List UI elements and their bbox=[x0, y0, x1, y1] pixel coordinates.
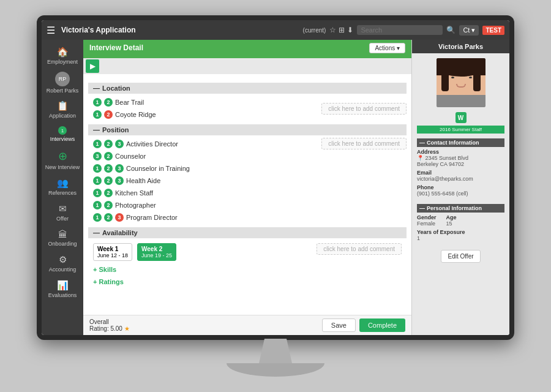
personal-section: — Personal Information Gender Female Age bbox=[412, 202, 509, 246]
years-label: Years of Exposure bbox=[417, 229, 504, 235]
position-title: Position bbox=[102, 126, 129, 134]
header-actions: Actions ▾ bbox=[369, 43, 405, 53]
phone-field: Phone (901) 555-6458 (cell) bbox=[417, 184, 504, 197]
references-icon: 👥 bbox=[57, 178, 69, 189]
sidebar-item-new-interview[interactable]: ⊕ New Interview bbox=[42, 146, 83, 173]
sidebar-label-application: Application bbox=[49, 113, 76, 119]
gender-value: Female bbox=[417, 221, 437, 227]
application-icon: 📋 bbox=[57, 100, 69, 111]
search-icon[interactable]: 🔍 bbox=[446, 26, 455, 34]
sidebar-item-onboarding[interactable]: 🏛 Onboarding bbox=[42, 226, 83, 250]
email-value: victoria@theparks.com bbox=[417, 176, 504, 182]
staff-year-badge: 2016 Summer Staff bbox=[417, 126, 504, 134]
sidebar-item-interviews[interactable]: 1 Interviews bbox=[42, 123, 83, 145]
position-label-7: Program Director bbox=[126, 214, 178, 221]
address-field: Address 📍 2345 Sunset Blvd Berkeley CA 9… bbox=[417, 149, 504, 167]
complete-button[interactable]: Complete bbox=[359, 318, 405, 332]
accounting-icon: ⚙ bbox=[59, 254, 67, 265]
gender-label: Gender bbox=[417, 214, 437, 221]
location-item-1: 1 2 Bear Trail bbox=[88, 96, 321, 108]
overall-label: Overall bbox=[89, 318, 109, 325]
skills-title: Skills bbox=[99, 266, 117, 273]
content-area: Interview Detail Actions ▾ ▶ bbox=[83, 40, 509, 335]
week-2-box: Week 2 June 19 - 25 bbox=[137, 243, 176, 261]
age-field: Age 15 bbox=[446, 214, 457, 227]
age-value: 15 bbox=[446, 221, 457, 227]
address-value: 📍 2345 Sunset Blvd bbox=[417, 155, 504, 161]
sidebar-item-robert-parks[interactable]: RP Robert Parks bbox=[44, 69, 81, 96]
search-input[interactable] bbox=[357, 25, 443, 35]
contact-section: — Contact Information Address 📍 2345 Sun… bbox=[412, 136, 509, 202]
main-panel: Interview Detail Actions ▾ ▶ bbox=[83, 40, 411, 335]
app-area: 🏠 Employment RP Robert Parks 📋 Applicati… bbox=[42, 40, 509, 335]
address-city: Berkeley CA 94702 bbox=[417, 161, 504, 167]
sidebar-item-application[interactable]: 📋 Application bbox=[42, 97, 83, 122]
minus-icon-2: — bbox=[419, 205, 425, 211]
location-label-2: Coyote Ridge bbox=[115, 111, 156, 118]
position-item-5: 1 2 Kitchen Staff bbox=[88, 187, 321, 199]
location-label-1: Bear Trail bbox=[115, 99, 144, 106]
share-icon[interactable]: ⊞ bbox=[339, 26, 345, 34]
sidebar-label-onboarding: Onboarding bbox=[48, 241, 77, 247]
footer-buttons: Save Complete bbox=[322, 318, 405, 332]
actions-button[interactable]: Actions ▾ bbox=[369, 43, 405, 53]
week-2-dates: June 19 - 25 bbox=[141, 252, 172, 258]
sidebar-label-accounting: Accounting bbox=[49, 266, 77, 273]
sidebar-item-references[interactable]: 👥 References bbox=[42, 175, 83, 199]
position-label-6: Photographer bbox=[115, 202, 156, 209]
offer-icon: ✉ bbox=[59, 203, 67, 214]
sidebar-item-employment[interactable]: 🏠 Employment bbox=[42, 43, 83, 68]
sidebar-item-accounting[interactable]: ⚙ Accounting bbox=[42, 251, 83, 276]
location-title: Location bbox=[102, 85, 130, 92]
save-button[interactable]: Save bbox=[322, 318, 356, 332]
location-comment-btn[interactable]: click here to add comment bbox=[321, 103, 407, 115]
contact-label: Contact Information bbox=[427, 140, 479, 146]
sidebar-item-evaluations[interactable]: 📊 Evaluations bbox=[42, 277, 83, 301]
years-value: 1 bbox=[417, 235, 504, 241]
week-1-box: Week 1 June 12 - 18 bbox=[93, 243, 132, 261]
main-header: Interview Detail Actions ▾ bbox=[83, 40, 411, 56]
position-comment-btn[interactable]: click here to add comment bbox=[321, 138, 407, 149]
user-menu[interactable]: Ct ▾ bbox=[459, 25, 479, 36]
availability-comment-btn[interactable]: click here to add comment bbox=[317, 243, 402, 255]
top-bar: ☰ Victoria's Application (current) ☆ ⊞ ⬇… bbox=[42, 20, 509, 40]
test-badge: TEST bbox=[482, 26, 504, 35]
ratings-title: Ratings bbox=[99, 278, 124, 285]
sidebar-item-offer[interactable]: ✉ Offer bbox=[42, 200, 83, 225]
candidate-name-header: Victoria Parks bbox=[412, 40, 509, 53]
location-dash: — bbox=[93, 85, 100, 92]
edit-offer-button[interactable]: Edit Offer bbox=[441, 250, 480, 263]
interviews-badge: 1 bbox=[58, 126, 67, 135]
download-icon[interactable]: ⬇ bbox=[347, 26, 353, 34]
sidebar-label-evaluations: Evaluations bbox=[48, 292, 77, 298]
location-item-2: 1 2 Coyote Ridge bbox=[88, 108, 321, 121]
position-label-3: Counselor in Training bbox=[126, 165, 190, 172]
main-footer: Overall Rating: 5.00 ★ Save Complete bbox=[83, 315, 411, 335]
week-1-label: Week 1 bbox=[97, 246, 128, 252]
position-label-4: Health Aide bbox=[126, 177, 160, 184]
monitor-stand bbox=[227, 339, 324, 377]
sidebar: 🏠 Employment RP Robert Parks 📋 Applicati… bbox=[42, 40, 83, 335]
location-pin-icon: 📍 bbox=[417, 155, 424, 161]
rating-label: Rating: bbox=[89, 325, 109, 332]
sidebar-label-robert: Robert Parks bbox=[47, 88, 79, 94]
position-label-2: Counselor bbox=[115, 153, 146, 160]
evaluations-icon: 📊 bbox=[57, 280, 69, 291]
personal-label: Personal Information bbox=[427, 205, 482, 211]
contact-section-header: — Contact Information bbox=[417, 138, 504, 147]
ratings-section[interactable]: + Ratings bbox=[88, 276, 407, 288]
skills-plus: + bbox=[93, 266, 97, 273]
position-item-3: 1 2 3 Counselor in Training bbox=[88, 162, 321, 175]
position-item-1: 1 2 3 Activities Director bbox=[88, 138, 321, 150]
sidebar-label-interviews: Interviews bbox=[50, 136, 75, 142]
menu-icon[interactable]: ☰ bbox=[47, 24, 55, 36]
new-interview-icon: ⊕ bbox=[58, 149, 67, 163]
star-icon[interactable]: ☆ bbox=[329, 26, 336, 34]
nav-right-arrow[interactable]: ▶ bbox=[86, 59, 99, 73]
sidebar-label-employment: Employment bbox=[47, 59, 78, 65]
skills-section[interactable]: + Skills bbox=[88, 263, 407, 276]
position-label-5: Kitchen Staff bbox=[115, 189, 153, 197]
gender-field: Gender Female bbox=[417, 214, 437, 227]
badge-1: 1 bbox=[93, 98, 102, 107]
email-label: Email bbox=[417, 170, 504, 176]
